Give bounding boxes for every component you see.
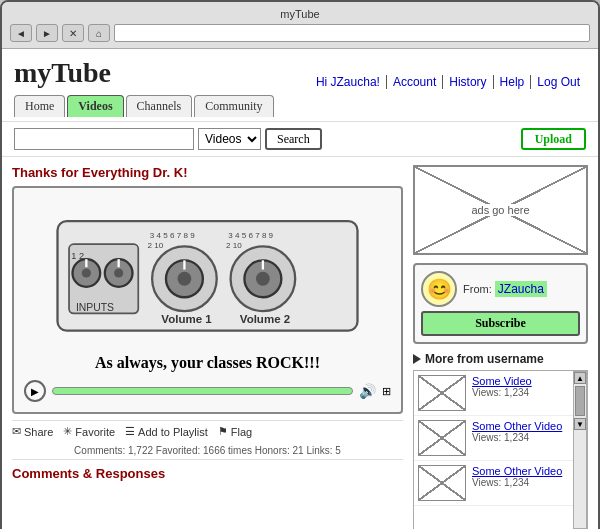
- video-actions: ✉ Share ✳ Favorite ☰ Add to Playlist ⚑ F…: [12, 420, 403, 442]
- svg-point-6: [114, 268, 123, 277]
- ad-text: ads go here: [467, 204, 533, 216]
- browser-window: myTube ◄ ► ✕ ⌂ myTube Hi JZaucha! Accoun…: [0, 0, 600, 529]
- address-bar[interactable]: [114, 24, 590, 42]
- svg-point-3: [82, 268, 91, 277]
- browser-title: myTube: [10, 8, 590, 20]
- svg-text:2          10: 2 10: [148, 241, 164, 250]
- site-header: myTube Hi JZaucha! Account History Help …: [2, 49, 598, 122]
- share-label: Share: [24, 426, 53, 438]
- svg-text:Volume 1: Volume 1: [161, 313, 212, 325]
- svg-text:1   2: 1 2: [71, 251, 84, 261]
- video-title-2[interactable]: Some Other Video: [472, 420, 569, 432]
- more-videos-scroll: Some Video Views: 1,234 Some Other Video…: [413, 370, 588, 529]
- svg-point-14: [178, 272, 192, 286]
- video-title-3[interactable]: Some Other Video: [472, 465, 569, 477]
- thumbnail-1: [418, 375, 466, 411]
- item-info-3: Some Other Video Views: 1,234: [472, 465, 569, 488]
- video-thumbnail: INPUTS 1 2 3 4 5 6 7 8 9 2 10 Volume 1: [24, 198, 391, 348]
- home-button[interactable]: ⌂: [88, 24, 110, 42]
- scroll-up-arrow[interactable]: ▲: [574, 372, 586, 384]
- svg-text:3 4 5 6 7 8 9: 3 4 5 6 7 8 9: [228, 231, 273, 240]
- from-text: From:: [463, 283, 492, 295]
- playlist-label: Add to Playlist: [138, 426, 208, 438]
- browser-controls: ◄ ► ✕ ⌂: [10, 24, 590, 42]
- help-link[interactable]: Help: [494, 75, 532, 89]
- upload-button[interactable]: Upload: [521, 128, 586, 150]
- search-bar: Videos Search Upload: [2, 122, 598, 157]
- volume-icon[interactable]: 🔊: [359, 383, 376, 399]
- thumbnail-3: [418, 465, 466, 501]
- forward-button[interactable]: ►: [36, 24, 58, 42]
- smiley-icon: 😊: [421, 271, 457, 307]
- more-from-label: More from username: [425, 352, 544, 366]
- greeting-link[interactable]: Hi JZaucha!: [310, 75, 387, 89]
- account-link[interactable]: Account: [387, 75, 443, 89]
- subscriber-name[interactable]: JZaucha: [495, 281, 547, 297]
- share-icon: ✉: [12, 425, 21, 438]
- back-button[interactable]: ◄: [10, 24, 32, 42]
- flag-action[interactable]: ⚑ Flag: [218, 425, 252, 438]
- comments-header: Comments & Responses: [12, 466, 403, 481]
- video-progress-bar: ▶ 🔊 ⊞: [24, 380, 391, 402]
- video-stats: Comments: 1,722 Favorited: 1666 times Ho…: [12, 442, 403, 460]
- subscriber-info: 😊 From: JZaucha: [421, 271, 580, 307]
- video-title-1[interactable]: Some Video: [472, 375, 569, 387]
- progress-track[interactable]: [52, 387, 353, 395]
- favorite-action[interactable]: ✳ Favorite: [63, 425, 115, 438]
- history-link[interactable]: History: [443, 75, 493, 89]
- more-from-section: More from username Some Video Views: 1,2…: [413, 352, 588, 529]
- header-nav: Hi JZaucha! Account History Help Log Out: [310, 75, 586, 89]
- search-button[interactable]: Search: [265, 128, 322, 150]
- scroll-list: Some Video Views: 1,234 Some Other Video…: [414, 371, 573, 529]
- ad-box: ads go here: [413, 165, 588, 255]
- search-dropdown[interactable]: Videos: [198, 128, 261, 150]
- play-button[interactable]: ▶: [24, 380, 46, 402]
- triangle-icon: [413, 354, 421, 364]
- list-item: Some Other Video Views: 1,234: [414, 416, 573, 461]
- tab-home[interactable]: Home: [14, 95, 65, 117]
- video-views-2: Views: 1,234: [472, 432, 569, 443]
- tab-channels[interactable]: Channels: [126, 95, 193, 117]
- main-content: Thanks for Everything Dr. K!: [2, 157, 598, 529]
- svg-point-21: [256, 272, 270, 286]
- from-label: From: JZaucha: [463, 281, 547, 297]
- add-playlist-action[interactable]: ☰ Add to Playlist: [125, 425, 208, 438]
- video-image: INPUTS 1 2 3 4 5 6 7 8 9 2 10 Volume 1: [24, 198, 391, 348]
- playlist-icon: ☰: [125, 425, 135, 438]
- browser-chrome: myTube ◄ ► ✕ ⌂: [2, 2, 598, 49]
- svg-text:INPUTS: INPUTS: [76, 302, 114, 313]
- svg-text:2          10: 2 10: [226, 241, 242, 250]
- subscribe-button[interactable]: Subscribe: [421, 311, 580, 336]
- video-page-title: Thanks for Everything Dr. K!: [12, 165, 403, 180]
- flag-label: Flag: [231, 426, 252, 438]
- video-views-3: Views: 1,234: [472, 477, 569, 488]
- video-player: INPUTS 1 2 3 4 5 6 7 8 9 2 10 Volume 1: [12, 186, 403, 414]
- scrollbar[interactable]: ▲ ▼: [573, 371, 587, 529]
- nav-tabs: Home Videos Channels Community: [14, 95, 586, 117]
- item-info-1: Some Video Views: 1,234: [472, 375, 569, 398]
- subscriber-details: From: JZaucha: [463, 281, 547, 297]
- share-action[interactable]: ✉ Share: [12, 425, 53, 438]
- page-content: myTube Hi JZaucha! Account History Help …: [2, 49, 598, 529]
- header-top: myTube Hi JZaucha! Account History Help …: [14, 57, 586, 89]
- list-item: Some Other Video Views: 1,234: [414, 461, 573, 506]
- tab-community[interactable]: Community: [194, 95, 273, 117]
- search-input[interactable]: [14, 128, 194, 150]
- subscriber-box: 😊 From: JZaucha Subscribe: [413, 263, 588, 344]
- video-section: Thanks for Everything Dr. K!: [12, 165, 403, 529]
- scroll-thumb[interactable]: [575, 386, 585, 416]
- logout-link[interactable]: Log Out: [531, 75, 586, 89]
- sidebar: ads go here 😊 From: JZaucha Subscribe: [413, 165, 588, 529]
- site-logo: myTube: [14, 57, 111, 89]
- scroll-down-arrow[interactable]: ▼: [574, 418, 586, 430]
- flag-icon: ⚑: [218, 425, 228, 438]
- favorite-icon: ✳: [63, 425, 72, 438]
- close-button[interactable]: ✕: [62, 24, 84, 42]
- more-from-title: More from username: [413, 352, 588, 366]
- fullscreen-icon[interactable]: ⊞: [382, 385, 391, 398]
- tab-videos[interactable]: Videos: [67, 95, 123, 117]
- list-item: Some Video Views: 1,234: [414, 371, 573, 416]
- svg-text:3 4 5 6 7 8 9: 3 4 5 6 7 8 9: [150, 231, 195, 240]
- video-caption: As always, your classes ROCK!!!: [95, 354, 320, 372]
- svg-text:Volume 2: Volume 2: [240, 313, 290, 325]
